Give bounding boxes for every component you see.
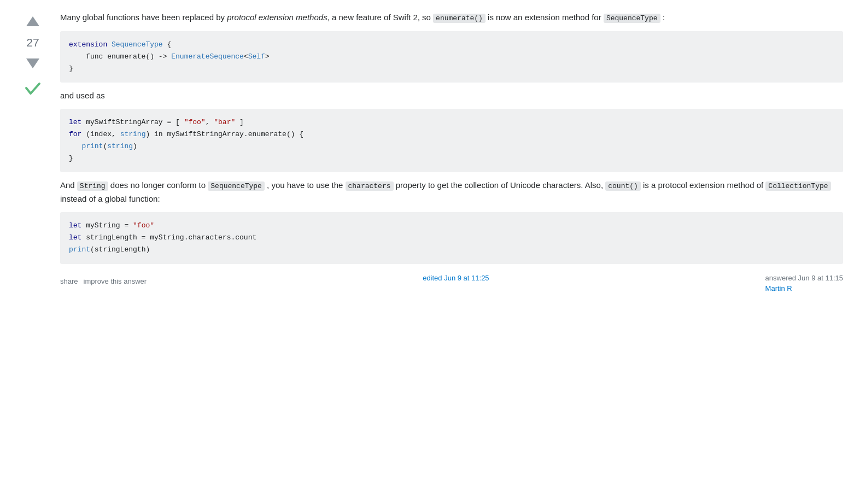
accepted-checkmark-icon [23, 78, 43, 98]
str-bar: "bar" [214, 118, 235, 126]
vote-count: 27 [26, 35, 39, 50]
edited-label: edited Jun 9 at 11:25 [423, 273, 489, 284]
characters-inline: characters [346, 181, 394, 191]
collection-type-inline: CollectionType [765, 181, 830, 191]
kw-let1: let [69, 118, 81, 126]
kw-for: for [69, 130, 81, 138]
type-self: Self [248, 52, 265, 61]
vote-column: 27 [11, 11, 55, 294]
kw-let3: let [69, 233, 81, 242]
str-foo2: "foo" [133, 221, 154, 230]
type-enumerate-sequence: EnumerateSequence [171, 52, 244, 61]
instead-of-text: instead of a global function: [60, 194, 160, 203]
vote-down-button[interactable] [23, 52, 43, 72]
string-paragraph: And String does no longer conform to Seq… [60, 179, 843, 206]
sequence-type-inline: SequenceType [604, 14, 660, 23]
italic-text: protocol extension methods [227, 13, 327, 22]
use-chars-text: , you have to use the [265, 180, 346, 190]
answer-footer: share improve this answer edited Jun 9 a… [60, 273, 843, 294]
property-text: property to get the collection of Unicod… [394, 180, 606, 190]
colon-text: : [660, 13, 665, 22]
code-block-3: let myString = "foo" let stringLength = … [60, 212, 843, 263]
and-used-text: and used as [60, 91, 105, 100]
answer-text: Many global functions have been replaced… [60, 11, 843, 264]
sequence-type2-inline: SequenceType [208, 181, 265, 191]
str-foo: "foo" [184, 118, 206, 126]
intro-text: Many global functions have been replaced… [60, 13, 227, 22]
improve-link[interactable]: improve this answer [84, 276, 147, 287]
answer-container: 27 Many global functions have been repla… [0, 0, 854, 305]
and-text: And [60, 180, 77, 190]
protocol-ext-text: is a protocol extension method of [641, 180, 765, 190]
var-string2: string [107, 142, 133, 150]
code-block-2: let mySwiftStringArray = [ "foo", "bar" … [60, 109, 843, 172]
is-extension-text: is now an extension method for [486, 13, 604, 22]
footer-actions: share improve this answer [60, 273, 147, 287]
intro-paragraph: Many global functions have been replaced… [60, 11, 843, 25]
string-inline: String [77, 181, 108, 191]
answer-body: Many global functions have been replaced… [55, 11, 843, 294]
func-print2: print [69, 245, 90, 254]
func-print: print [81, 142, 103, 150]
vote-up-button[interactable] [23, 13, 43, 33]
var-string: string [120, 130, 146, 138]
does-not-conform: does no longer conform to [108, 180, 208, 190]
footer-edited: edited Jun 9 at 11:25 [423, 273, 489, 284]
enumerate-inline: enumerate() [433, 14, 486, 23]
footer-answered: answered Jun 9 at 11:15 Martin R [765, 273, 843, 294]
type-sequence: SequenceType [107, 40, 162, 49]
intro-rest: , a new feature of Swift 2, so [327, 13, 433, 22]
kw-extension: extension [69, 40, 107, 49]
answered-label: answered Jun 9 at 11:15 [765, 273, 843, 284]
share-link[interactable]: share [60, 276, 78, 287]
kw-let2: let [69, 221, 81, 230]
and-used-para: and used as [60, 89, 843, 102]
code-block-1: extension SequenceType { func enumerate(… [60, 31, 843, 83]
count-inline: count() [605, 181, 641, 191]
user-name[interactable]: Martin R [765, 283, 792, 294]
